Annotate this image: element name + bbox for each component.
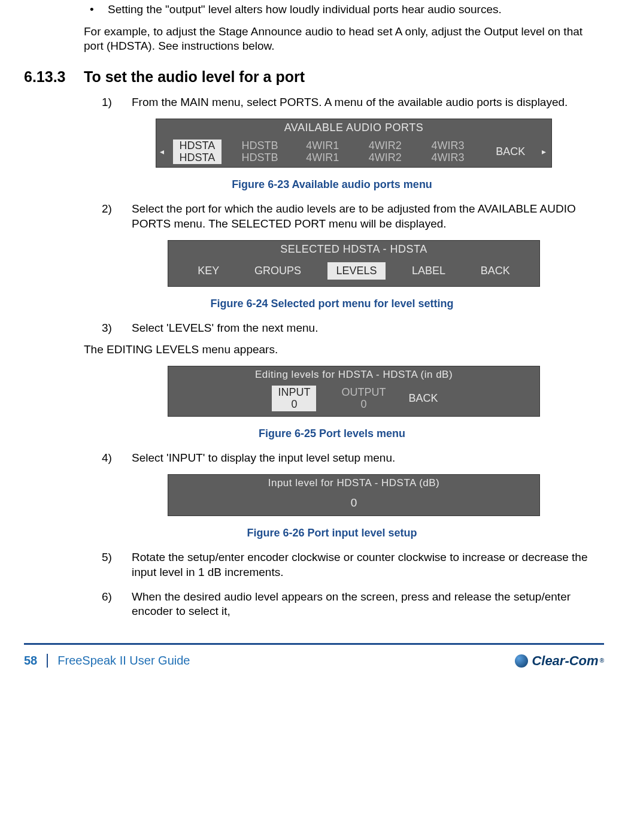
brand-registered: ®: [600, 657, 604, 664]
step-text: Rotate the setup/enter encoder clockwise…: [132, 550, 604, 580]
lcd-input-value: 0: [168, 492, 539, 515]
lcd-port: 4WIR3: [424, 151, 472, 164]
step-number: 6): [102, 590, 132, 619]
step-2: 2) Select the port for which the audio l…: [102, 202, 604, 231]
lcd-port: HDSTB: [236, 140, 284, 152]
lcd-editing-levels: Editing levels for HDSTA - HDSTA (in dB)…: [168, 366, 540, 417]
step-6: 6) When the desired audio level appears …: [102, 590, 604, 619]
step-text: When the desired audio level appears on …: [132, 590, 604, 619]
section-title: To set the audio level for a port: [84, 68, 305, 86]
step-text: Select 'INPUT' to display the input leve…: [132, 451, 604, 466]
lcd-item-selected: LEVELS: [327, 262, 385, 280]
step-text: From the MAIN menu, select PORTS. A menu…: [132, 95, 604, 110]
lcd-input-value: 0: [291, 399, 297, 411]
lcd-right-arrow-icon: ▸: [542, 147, 548, 156]
step-number: 4): [102, 451, 132, 466]
lcd-port: 4WIR2: [361, 151, 409, 164]
figure-caption: Figure 6-24 Selected port menu for level…: [60, 298, 604, 310]
step-number: 5): [102, 550, 132, 580]
lcd-selected-port: SELECTED HDSTA - HDSTA KEY GROUPS LEVELS…: [168, 240, 540, 287]
lcd-item: BACK: [472, 262, 518, 280]
step-3: 3) Select 'LEVELS' from the next menu.: [102, 321, 604, 336]
lcd-back: BACK: [481, 144, 539, 159]
figure-caption: Figure 6-23 Available audio ports menu: [60, 178, 604, 191]
lcd-title: AVAILABLE AUDIO PORTS: [156, 119, 551, 137]
bullet-dot: •: [90, 2, 108, 17]
lcd-left-arrow-icon: ◂: [160, 147, 166, 156]
step-text: Select the port for which the audio leve…: [132, 202, 604, 231]
step-number: 2): [102, 202, 132, 231]
figure-caption: Figure 6-26 Port input level setup: [60, 527, 604, 539]
lcd-output-value: 0: [360, 399, 366, 411]
lcd-item: LABEL: [404, 262, 454, 280]
brand-logo: Clear-Com ®: [515, 653, 604, 669]
step-number: 1): [102, 95, 132, 110]
intro-example: For example, to adjust the Stage Announc…: [84, 25, 604, 54]
brand-name: Clear-Com: [532, 653, 598, 669]
lcd-port: 4WIR3: [424, 140, 472, 152]
guide-title: FreeSpeak II User Guide: [57, 654, 190, 668]
step-5: 5) Rotate the setup/enter encoder clockw…: [102, 550, 604, 580]
section-number: 6.13.3: [24, 68, 84, 86]
lcd-output-label: OUTPUT: [341, 387, 386, 399]
step-text: Select 'LEVELS' from the next menu.: [132, 321, 604, 336]
after-step-3: The EDITING LEVELS menu appears.: [84, 342, 604, 357]
bullet-text: Setting the "output" level alters how lo…: [108, 2, 502, 17]
lcd-port: 4WIR1: [298, 151, 347, 164]
lcd-input-level: Input level for HDSTA - HDSTA (dB) 0: [168, 474, 540, 516]
figure-caption: Figure 6-25 Port levels menu: [60, 427, 604, 440]
step-1: 1) From the MAIN menu, select PORTS. A m…: [102, 95, 604, 110]
lcd-title: Input level for HDSTA - HDSTA (dB): [168, 475, 539, 492]
lcd-item: GROUPS: [246, 262, 310, 280]
section-heading: 6.13.3 To set the audio level for a port: [24, 68, 604, 86]
lcd-port: 4WIR1: [298, 140, 347, 152]
lcd-title: SELECTED HDSTA - HDSTA: [168, 241, 539, 258]
lcd-port: HDSTA: [173, 151, 222, 164]
lcd-port: 4WIR2: [361, 140, 409, 152]
brand-logo-icon: [515, 654, 528, 668]
step-4: 4) Select 'INPUT' to display the input l…: [102, 451, 604, 466]
lcd-port: HDSTB: [236, 151, 284, 164]
page-number: 58: [24, 654, 48, 668]
lcd-title: Editing levels for HDSTA - HDSTA (in dB): [168, 366, 539, 383]
lcd-item: KEY: [189, 262, 227, 280]
lcd-input-label: INPUT: [278, 387, 310, 399]
lcd-back: BACK: [404, 391, 442, 406]
step-number: 3): [102, 321, 132, 336]
lcd-available-ports: AVAILABLE AUDIO PORTS ◂ HDSTA HDSTA HDST…: [156, 119, 552, 168]
page-footer: 58 FreeSpeak II User Guide Clear-Com ®: [24, 643, 604, 675]
lcd-port: HDSTA: [173, 140, 222, 152]
bullet-item: • Setting the "output" level alters how …: [90, 2, 604, 17]
